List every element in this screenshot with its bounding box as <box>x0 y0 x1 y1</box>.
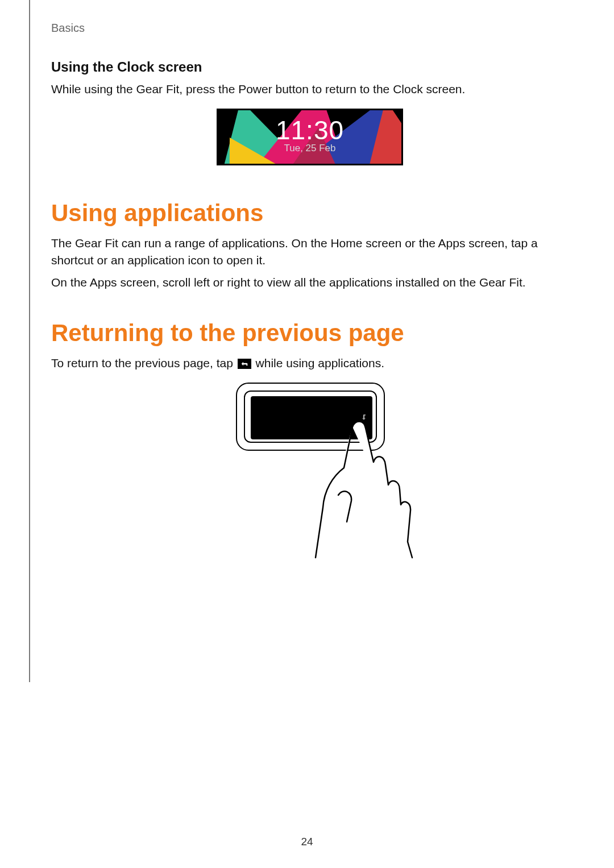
hand-illustration <box>242 400 424 559</box>
page-content: Using the Clock screen While using the G… <box>51 59 569 553</box>
body-returning: To return to the previous page, tap whil… <box>51 355 569 371</box>
body-apps-1: The Gear Fit can run a range of applicat… <box>51 235 569 268</box>
body-clock: While using the Gear Fit, press the Powe… <box>51 81 569 97</box>
body-returning-post: while using applications. <box>252 356 384 369</box>
heading-using-applications: Using applications <box>51 200 569 227</box>
subheading-clock: Using the Clock screen <box>51 59 569 75</box>
clock-date: Tue, 25 Feb <box>218 143 401 154</box>
body-returning-pre: To return to the previous page, tap <box>51 356 237 369</box>
device-tap-illustration <box>219 383 401 553</box>
side-rule <box>29 0 30 682</box>
header-section-label: Basics <box>51 22 85 35</box>
back-icon <box>238 359 251 369</box>
heading-returning: Returning to the previous page <box>51 319 569 347</box>
clock-time: 11:30 <box>218 115 401 146</box>
clock-screen-illustration: 11:30 Tue, 25 Feb <box>217 109 403 165</box>
body-apps-2: On the Apps screen, scroll left or right… <box>51 274 569 290</box>
page-number: 24 <box>0 836 614 848</box>
